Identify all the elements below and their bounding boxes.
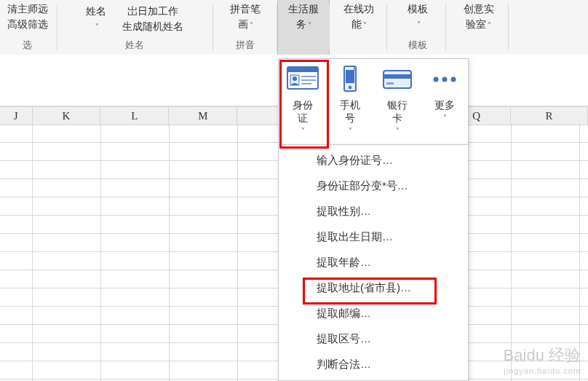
chevron-down-icon: ˅: [308, 21, 311, 29]
svg-rect-11: [384, 71, 411, 88]
chevron-down-icon: ˅: [436, 111, 455, 125]
ribbon-button-name[interactable]: 姓名 ˅: [86, 4, 106, 34]
svg-point-3: [293, 76, 297, 81]
menu-item-check-valid[interactable]: 判断合法…: [279, 352, 468, 377]
ribbon-button-template[interactable]: 模板 ˅: [408, 1, 428, 32]
more-button[interactable]: 更多 ˅: [421, 59, 468, 145]
menu-item-extract-sex[interactable]: 提取性别…: [279, 199, 468, 224]
ribbon-button-lab[interactable]: 创意实 验室˅: [451, 0, 506, 55]
ribbon-label: 清主师远: [7, 1, 48, 17]
ribbon-group-label: 选: [0, 39, 55, 52]
ribbon-button-random-name[interactable]: 岀日加工作 生成随机姓名: [122, 4, 183, 34]
ribbon-button-online[interactable]: 在线功 能˅: [333, 0, 384, 55]
column-header[interactable]: M: [169, 107, 237, 125]
toolbar-label: 号˅: [340, 111, 360, 138]
column-header[interactable]: K: [33, 107, 101, 125]
toolbar-label: 证˅: [293, 111, 313, 138]
svg-rect-10: [354, 67, 356, 71]
menu-item-mask-id[interactable]: 身份证部分变*号…: [279, 173, 468, 199]
chevron-down-icon: ˅: [389, 125, 408, 138]
ribbon-label: 在线功: [343, 1, 374, 17]
toolbar-label: 手机: [340, 98, 360, 111]
chevron-down-icon: ˅: [488, 21, 491, 29]
idcard-menu: 输入身份证号… 身份证部分变*号… 提取性别… 提取出生日期… 提取年龄… 提取…: [278, 144, 469, 381]
chevron-down-icon: ˅: [417, 17, 421, 32]
ribbon-label: 画˅: [238, 17, 253, 33]
chevron-down-icon: ˅: [294, 125, 313, 138]
ribbon-button-pinyin[interactable]: 拼音笔 画˅: [230, 1, 261, 33]
chevron-down-icon: ˅: [363, 21, 367, 29]
toolbar-label: 身份: [293, 98, 313, 111]
menu-item-extract-zip[interactable]: 提取邮编…: [279, 301, 468, 326]
ribbon-group-pinyin: 拼音笔 画˅ 拼音: [216, 0, 274, 55]
separator: [445, 4, 446, 50]
ribbon-label: 模板: [408, 1, 428, 17]
menu-item-extract-addr[interactable]: 提取地址(省市县)…: [279, 275, 468, 301]
ribbon-group-template: 模板 ˅ 模板: [393, 0, 442, 55]
ribbon-label: 岀日加工作: [127, 4, 178, 19]
toolbar-label: 更多: [434, 98, 455, 111]
separator: [57, 4, 57, 50]
menu-item-extract-age[interactable]: 提取年龄…: [279, 250, 468, 275]
bankcard-button[interactable]: 银行 卡˅: [373, 59, 421, 145]
svg-point-9: [348, 86, 351, 89]
menu-item-extract-area[interactable]: 提取区号…: [279, 326, 468, 352]
ribbon-label: 验室˅: [466, 17, 491, 33]
svg-rect-12: [384, 74, 411, 79]
ribbon-label: 生成随机姓名: [122, 19, 183, 34]
column-header[interactable]: L: [100, 107, 169, 125]
menu-item-input-id[interactable]: 输入身份证号…: [279, 148, 468, 173]
ribbon-label: 姓名: [86, 4, 106, 19]
svg-point-15: [442, 77, 447, 82]
separator: [508, 4, 509, 50]
phone-icon: [334, 65, 366, 94]
toolbar-label: 银行: [387, 98, 408, 111]
svg-point-14: [433, 77, 438, 82]
bankcard-icon: [381, 65, 413, 94]
ribbon-button-life-services[interactable]: 生活服 务˅: [277, 0, 330, 55]
life-services-panel: 身份 证˅ 手机 号˅ 银行 卡˅: [278, 58, 469, 145]
svg-point-16: [450, 77, 456, 82]
svg-rect-1: [287, 67, 318, 72]
column-header[interactable]: J: [0, 107, 33, 125]
column-header[interactable]: R: [511, 107, 588, 125]
separator: [212, 4, 213, 50]
toolbar-label: 卡˅: [387, 111, 408, 138]
ribbon-group-label: 模板: [393, 39, 442, 52]
idcard-icon: [287, 65, 319, 94]
separator: [329, 4, 330, 50]
chevron-down-icon: ˅: [341, 125, 360, 138]
chevron-down-icon: ˅: [250, 21, 253, 29]
ribbon-group-name: 姓名 ˅ 岀日加工作 生成随机姓名 姓名: [62, 0, 207, 55]
ribbon: 清主师远 高级筛选 选 姓名 ˅ 岀日加工作 生成随机姓名 姓名 拼音笔 画˅ …: [0, 0, 588, 55]
chevron-down-icon: ˅: [95, 19, 99, 34]
svg-rect-13: [386, 82, 394, 85]
ribbon-group-label: 姓名: [62, 39, 207, 52]
phone-button[interactable]: 手机 号˅: [326, 59, 373, 145]
more-icon: [429, 65, 461, 94]
ribbon-label: 务˅: [296, 17, 311, 33]
ribbon-label: 拼音笔: [230, 1, 261, 17]
ribbon-group-filter: 清主师远 高级筛选 选: [0, 0, 55, 55]
ribbon-group-label: 拼音: [216, 39, 274, 52]
ribbon-button-advanced-filter[interactable]: 高级筛选: [7, 17, 48, 32]
ribbon-label: 生活服: [288, 1, 319, 17]
ribbon-label: 创意实: [464, 1, 494, 17]
svg-rect-8: [346, 70, 354, 83]
separator: [386, 4, 387, 50]
ribbon-label: 能˅: [351, 17, 367, 33]
menu-item-extract-dob[interactable]: 提取出生日期…: [279, 224, 468, 250]
idcard-button[interactable]: 身份 证˅: [279, 59, 326, 145]
